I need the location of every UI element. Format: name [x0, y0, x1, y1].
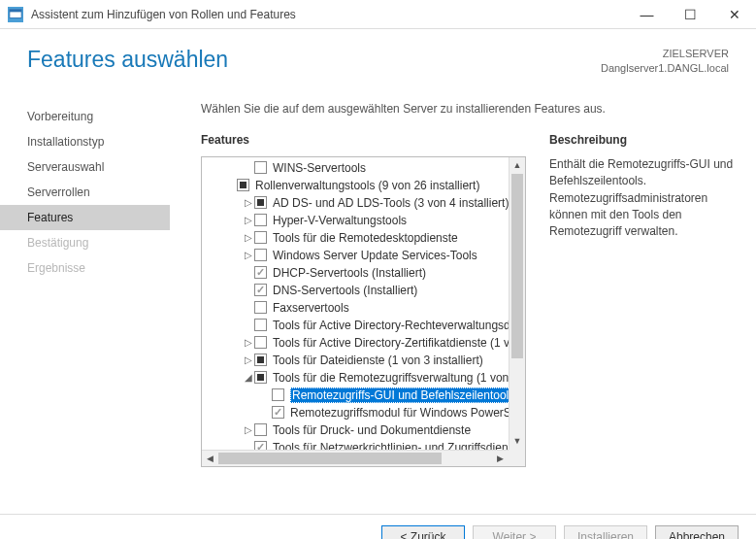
checkbox[interactable]	[254, 319, 267, 331]
wizard-nav: VorbereitungInstallationstypServerauswah…	[0, 86, 170, 514]
scroll-track[interactable]	[509, 174, 525, 433]
window-title: Assistent zum Hinzufügen von Rollen und …	[31, 8, 625, 21]
hscroll-thumb[interactable]	[218, 453, 442, 464]
hscroll-track[interactable]	[218, 451, 492, 466]
main-panel: Wählen Sie die auf dem ausgewählten Serv…	[170, 86, 756, 514]
nav-item-5: Bestätigung	[0, 230, 170, 255]
checkbox[interactable]	[254, 249, 267, 261]
columns: Features WINS-ServertoolsRollenverwaltun…	[201, 133, 739, 514]
tree-node[interactable]: ▷Tools für Druck- und Dokumentdienste	[202, 421, 509, 439]
tree-node-label[interactable]: AD DS- und AD LDS-Tools (3 von 4 install…	[273, 196, 509, 210]
tree-node-label[interactable]: Faxservertools	[273, 301, 349, 315]
tree-node[interactable]: Tools für Netzwerkrichtlinien- und Zugri…	[202, 439, 509, 450]
nav-item-0[interactable]: Vorbereitung	[0, 104, 170, 129]
tree-node[interactable]: Remotezugriffsmodul für Windows PowerShe…	[202, 404, 509, 421]
checkbox[interactable]	[254, 231, 267, 244]
tree-node[interactable]: DHCP-Servertools (Installiert)	[202, 264, 509, 282]
scroll-thumb[interactable]	[511, 174, 523, 358]
expander-closed-icon[interactable]: ▷	[243, 197, 254, 208]
tree-node-label[interactable]: Tools für die Remotedesktopdienste	[273, 231, 458, 245]
tree-node[interactable]: ▷Hyper-V-Verwaltungstools	[202, 212, 509, 229]
tree-node-label[interactable]: Tools für Druck- und Dokumentdienste	[273, 423, 471, 437]
wizard-footer: < Zurück Weiter > Installieren Abbrechen	[0, 514, 756, 539]
expander-closed-icon[interactable]: ▷	[243, 215, 254, 225]
features-tree-container: WINS-ServertoolsRollenverwaltungstools (…	[201, 156, 526, 467]
description-heading: Beschreibung	[549, 133, 739, 147]
tree-node-label[interactable]: Rollenverwaltungstools (9 von 26 install…	[255, 179, 479, 192]
titlebar: Assistent zum Hinzufügen von Rollen und …	[0, 0, 756, 29]
target-server-name: Danglserver1.DANGL.local	[601, 61, 729, 76]
tree-node[interactable]: ▷AD DS- und AD LDS-Tools (3 von 4 instal…	[202, 194, 509, 212]
checkbox[interactable]	[254, 214, 267, 226]
horizontal-scrollbar[interactable]: ◀ ▶	[202, 450, 509, 466]
tree-node-label[interactable]: Windows Server Update Services-Tools	[273, 249, 477, 262]
vertical-scrollbar[interactable]: ▲ ▼	[509, 157, 525, 450]
tree-node-label[interactable]: Remotezugriffsmodul für Windows PowerShe…	[290, 406, 509, 420]
checkbox[interactable]	[254, 354, 267, 366]
checkbox[interactable]	[237, 179, 249, 191]
checkbox[interactable]	[254, 336, 267, 349]
checkbox[interactable]	[254, 284, 267, 296]
tree-node-label[interactable]: Tools für Active Directory-Zertifikatdie…	[273, 336, 509, 350]
tree-node-label[interactable]: DHCP-Servertools (Installiert)	[273, 266, 426, 280]
checkbox[interactable]	[254, 441, 267, 450]
scroll-left-icon[interactable]: ◀	[202, 451, 218, 467]
nav-item-4[interactable]: Features	[0, 205, 170, 230]
expander-closed-icon[interactable]: ▷	[243, 424, 254, 435]
checkbox[interactable]	[254, 423, 267, 436]
tree-node-label[interactable]: DNS-Servertools (Installiert)	[273, 284, 417, 297]
tree-node[interactable]: ▷Tools für Dateidienste (1 von 3 install…	[202, 352, 509, 369]
tree-node[interactable]: WINS-Servertools	[202, 159, 509, 177]
tree-node-label[interactable]: Remotezugriffs-GUI und Befehlszeilentool…	[290, 388, 509, 402]
features-tree[interactable]: WINS-ServertoolsRollenverwaltungstools (…	[202, 157, 509, 450]
tree-node[interactable]: Tools für Active Directory-Rechteverwalt…	[202, 317, 509, 334]
tree-node[interactable]: Remotezugriffs-GUI und Befehlszeilentool…	[202, 387, 509, 404]
features-column: Features WINS-ServertoolsRollenverwaltun…	[201, 133, 526, 514]
scroll-down-icon[interactable]: ▼	[509, 433, 525, 450]
checkbox[interactable]	[254, 301, 267, 314]
close-button[interactable]: ✕	[712, 0, 756, 29]
tree-node[interactable]: Faxservertools	[202, 299, 509, 317]
tree-node-label[interactable]: Tools für Active Directory-Rechteverwalt…	[273, 319, 509, 332]
tree-node-label[interactable]: Tools für Dateidienste (1 von 3 installi…	[273, 354, 483, 367]
tree-node-label[interactable]: Tools für Netzwerkrichtlinien- und Zugri…	[273, 441, 509, 450]
expander-open-icon[interactable]: ◢	[243, 372, 254, 383]
cancel-button[interactable]: Abbrechen	[655, 525, 739, 539]
checkbox[interactable]	[254, 196, 267, 209]
scroll-corner	[509, 450, 525, 466]
nav-item-3[interactable]: Serverrollen	[0, 180, 170, 205]
page-title: Features auswählen	[27, 47, 228, 73]
app-icon	[8, 7, 23, 22]
maximize-button[interactable]: ☐	[669, 0, 712, 29]
checkbox[interactable]	[254, 161, 267, 174]
tree-node[interactable]: Rollenverwaltungstools (9 von 26 install…	[202, 177, 509, 194]
nav-item-1[interactable]: Installationstyp	[0, 129, 170, 154]
scroll-up-icon[interactable]: ▲	[509, 157, 525, 174]
checkbox[interactable]	[254, 266, 267, 279]
tree-node-label[interactable]: Tools für die Remotezugriffsverwaltung (…	[273, 371, 509, 385]
next-button[interactable]: Weiter >	[473, 525, 556, 539]
nav-item-2[interactable]: Serverauswahl	[0, 154, 170, 180]
tree-node[interactable]: ▷Tools für Active Directory-Zertifikatdi…	[202, 334, 509, 352]
expander-closed-icon[interactable]: ▷	[243, 337, 254, 348]
expander-closed-icon[interactable]: ▷	[243, 250, 254, 260]
minimize-button[interactable]: —	[625, 0, 669, 29]
window-controls: — ☐ ✕	[625, 0, 756, 29]
description-column: Beschreibung Enthält die Remotezugriffs-…	[549, 133, 739, 514]
wizard-body: VorbereitungInstallationstypServerauswah…	[0, 86, 756, 514]
nav-item-6: Ergebnisse	[0, 255, 170, 281]
scroll-right-icon[interactable]: ▶	[492, 451, 509, 467]
expander-closed-icon[interactable]: ▷	[243, 354, 254, 365]
back-button[interactable]: < Zurück	[381, 525, 465, 539]
tree-node[interactable]: DNS-Servertools (Installiert)	[202, 282, 509, 299]
tree-node-label[interactable]: WINS-Servertools	[273, 161, 366, 175]
install-button[interactable]: Installieren	[564, 525, 647, 539]
checkbox[interactable]	[272, 388, 284, 401]
tree-node[interactable]: ▷Tools für die Remotedesktopdienste	[202, 229, 509, 247]
tree-node[interactable]: ▷Windows Server Update Services-Tools	[202, 247, 509, 264]
checkbox[interactable]	[272, 406, 284, 419]
tree-node[interactable]: ◢Tools für die Remotezugriffsverwaltung …	[202, 369, 509, 387]
checkbox[interactable]	[254, 371, 267, 384]
expander-closed-icon[interactable]: ▷	[243, 232, 254, 243]
tree-node-label[interactable]: Hyper-V-Verwaltungstools	[273, 214, 407, 227]
